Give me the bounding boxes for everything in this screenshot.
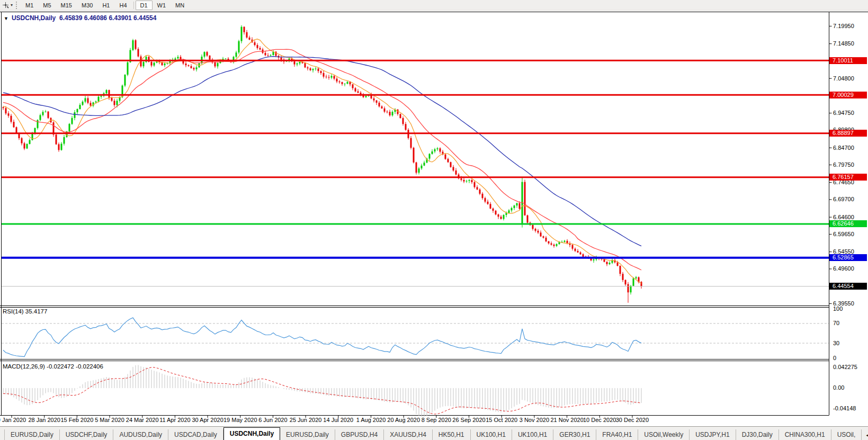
chart-tab-xauusd-h4[interactable]: XAUUSD,H4 xyxy=(384,429,433,440)
chart-tab-usdchf-daily[interactable]: USDCHF,Daily xyxy=(60,429,114,440)
rsi-indicator-label: RSI(14) 35.4177 xyxy=(3,308,47,315)
tabs-scroll-left-icon[interactable]: ◄ xyxy=(865,433,868,438)
chart-tab-eurusd-daily[interactable]: EURUSD,Daily xyxy=(4,429,60,440)
chart-symbol-label: USDCNH,Daily xyxy=(12,14,56,22)
macd-axis-tick: 0.00 xyxy=(833,384,867,391)
price-axis-tick[interactable]: 6.49600 xyxy=(833,265,867,272)
rsi-axis-tick: 100 xyxy=(833,306,867,312)
price-level-badge: 7.10011 xyxy=(829,57,867,64)
macd-indicator-label: MACD(12,26,9) -0.022472 -0.022406 xyxy=(3,363,103,370)
price-level-badge: 6.52865 xyxy=(829,254,867,261)
price-level-badge: 6.62646 xyxy=(829,220,867,227)
chart-tab-eurusd-daily[interactable]: EURUSD,Daily xyxy=(280,429,335,440)
rsi-axis-tick: 0 xyxy=(833,355,867,362)
chart-tab-bar: EURUSD,DailyUSDCHF,DailyAUDUSD,DailyUSDC… xyxy=(0,426,868,440)
price-axis-tick[interactable]: 7.04800 xyxy=(833,75,867,82)
chart-tab-usoil-weekly[interactable]: USOil,Weekly xyxy=(638,429,690,440)
chart-tab-usdjpy-h1[interactable]: USDJPY,H1 xyxy=(690,429,736,440)
price-level-badge: 7.00029 xyxy=(829,92,867,98)
price-axis-tick[interactable]: 6.94750 xyxy=(833,110,867,116)
chart-tab-hk50-h1[interactable]: HK50,H1 xyxy=(433,429,471,440)
price-axis-tick[interactable]: 6.64600 xyxy=(833,214,867,221)
price-axis-tick[interactable]: 6.79750 xyxy=(833,161,867,168)
chart-tab-ger30-h1[interactable]: GER30,H1 xyxy=(553,429,596,440)
macd-axis-tick: 0.042275 xyxy=(833,364,867,371)
chart-tab-gbpusd-h4[interactable]: GBPUSD,H4 xyxy=(335,429,384,440)
rsi-axis-tick: 30 xyxy=(833,340,867,347)
price-axis-tick[interactable]: 7.14850 xyxy=(833,40,867,47)
chart-tab-usdcad-daily[interactable]: USDCAD,Daily xyxy=(168,429,223,440)
chart-window[interactable] xyxy=(0,0,868,440)
chart-tab-china300-h1[interactable]: CHINA300,H1 xyxy=(779,429,831,440)
price-axis-tick[interactable]: 6.69700 xyxy=(833,196,867,203)
x-axis-date: 30 Dec 2020 xyxy=(609,417,656,423)
chart-tab-uk100-h1[interactable]: UK100,H1 xyxy=(512,429,553,440)
chart-tab-usdcnh-daily[interactable]: USDCNH,Daily xyxy=(223,427,280,440)
symbol-dropdown-icon[interactable]: ▼ xyxy=(4,16,8,21)
price-axis-tick[interactable]: 6.84700 xyxy=(833,145,867,151)
current-price-badge: 6.44554 xyxy=(829,283,867,290)
price-axis-tick[interactable]: 7.19950 xyxy=(833,23,867,30)
chart-title: ▼USDCNH,Daily 6.45839 6.46086 6.43901 6.… xyxy=(4,14,156,22)
chart-tab-uk100-h1[interactable]: UK100,H1 xyxy=(471,429,512,440)
chart-tab-audusd-daily[interactable]: AUDUSD,Daily xyxy=(113,429,168,440)
price-level-badge: 6.88897 xyxy=(829,130,867,137)
rsi-axis-tick: 70 xyxy=(833,320,867,327)
price-axis-tick[interactable]: 6.59650 xyxy=(833,231,867,238)
chart-canvas[interactable] xyxy=(0,0,868,440)
price-level-badge: 6.76157 xyxy=(829,174,867,181)
chart-tab-usoil-[interactable]: USOil, xyxy=(831,429,862,440)
chart-ohlc-values: 6.45839 6.46086 6.43901 6.44554 xyxy=(59,14,157,22)
chart-tab-dj30-daily[interactable]: DJ30,Daily xyxy=(736,429,779,440)
macd-axis-tick: -0.04148 xyxy=(833,405,867,412)
chart-tab-fra40-h1[interactable]: FRA40,H1 xyxy=(596,429,638,440)
